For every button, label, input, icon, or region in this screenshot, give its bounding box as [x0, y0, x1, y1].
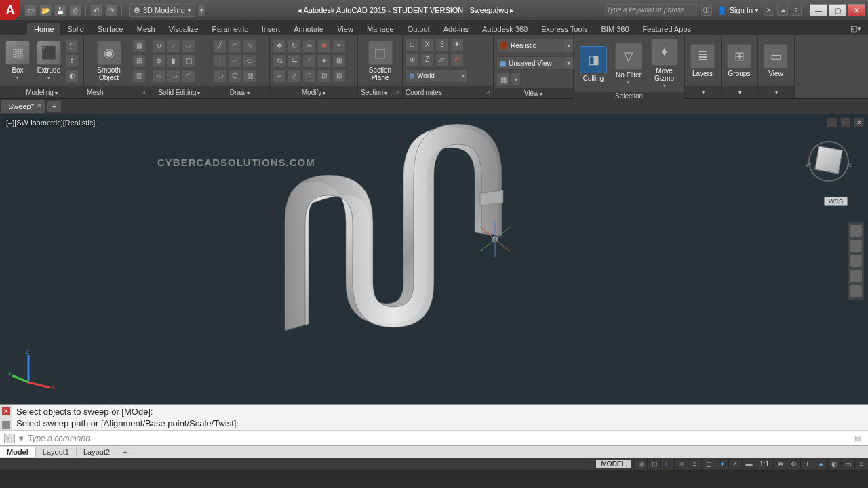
- tab-parametric[interactable]: Parametric: [205, 23, 254, 35]
- slice-icon[interactable]: ⟋: [167, 39, 180, 53]
- tab-featuredapps[interactable]: Featured Apps: [636, 23, 698, 35]
- status-grid-icon[interactable]: ⊞: [633, 458, 647, 469]
- tab-visualize[interactable]: Visualize: [162, 23, 205, 35]
- cmd-close-icon[interactable]: ✕: [2, 407, 10, 415]
- layout-tab-layout2[interactable]: Layout2: [77, 447, 117, 457]
- trim-icon[interactable]: ✂: [302, 39, 316, 53]
- status-model-button[interactable]: MODEL: [596, 460, 631, 468]
- ucs-3p-icon[interactable]: 3: [435, 38, 449, 52]
- cmd-config-icon[interactable]: [2, 421, 10, 429]
- scale-icon[interactable]: ⤢: [288, 69, 301, 83]
- ucs-named-arrow[interactable]: ▾: [458, 69, 468, 83]
- panel-draw-title[interactable]: Draw: [230, 89, 250, 96]
- extrude-button[interactable]: ⬛ Extrude ▾: [34, 39, 64, 82]
- presspull-icon[interactable]: ⇕: [65, 54, 79, 68]
- saveas-icon[interactable]: ⎙: [69, 4, 81, 16]
- status-polar-icon[interactable]: ✳: [674, 458, 688, 469]
- intersect-icon[interactable]: ∩: [152, 69, 165, 83]
- rectangle-icon[interactable]: ▭: [213, 69, 226, 83]
- 3dalign-icon[interactable]: ⊞: [332, 54, 346, 68]
- drawing-area[interactable]: [–][SW Isometric][Realistic] — ▢ ✕ CYBER…: [0, 114, 868, 404]
- smooth-object-button[interactable]: ◉ Smooth Object: [87, 39, 131, 83]
- panel-modify-title[interactable]: Modify: [302, 89, 326, 96]
- infocenter-icon[interactable]: ⓘ: [701, 5, 712, 16]
- viewport-close-icon[interactable]: ✕: [854, 118, 864, 127]
- undo-icon[interactable]: ↶: [90, 4, 102, 16]
- box-button[interactable]: ▧ Box ▾: [3, 39, 33, 82]
- panel-section-title[interactable]: Section: [361, 89, 387, 96]
- orbit-icon[interactable]: [850, 270, 862, 282]
- viewport-label[interactable]: [–][SW Isometric][Realistic]: [4, 118, 97, 127]
- panel-coordinates-title[interactable]: Coordinates: [406, 89, 442, 96]
- maximize-button[interactable]: ▢: [829, 4, 846, 16]
- status-cleanscreen-icon[interactable]: ▭: [841, 458, 854, 469]
- tab-expresstools[interactable]: Express Tools: [534, 23, 594, 35]
- line-icon[interactable]: ╱: [213, 39, 226, 53]
- array-icon[interactable]: ⠿: [302, 69, 316, 83]
- cmd-prompt-icon[interactable]: >_: [4, 434, 15, 443]
- mesh-less-icon[interactable]: ▤: [132, 54, 146, 68]
- nofilter-button[interactable]: ▽ No Filter ▾: [612, 41, 646, 87]
- layout-tab-add[interactable]: +: [117, 447, 132, 457]
- layers-button[interactable]: ≣ Layers: [688, 43, 717, 79]
- align-icon[interactable]: ≡: [332, 39, 346, 53]
- ellipse-icon[interactable]: ⬭: [243, 54, 256, 68]
- groups-button[interactable]: ⊞ Groups: [724, 43, 754, 79]
- status-3dosnap-icon[interactable]: ✦: [715, 458, 728, 469]
- tab-mesh[interactable]: Mesh: [130, 23, 162, 35]
- view-more-arrow[interactable]: ▾: [511, 73, 521, 86]
- command-input[interactable]: Type a command: [28, 434, 846, 443]
- view-more-icon[interactable]: ▦: [496, 73, 510, 86]
- status-hardware-icon[interactable]: ●: [814, 458, 827, 469]
- qat-more-icon[interactable]: ▾: [198, 4, 205, 16]
- ucs-prev-icon[interactable]: ↶: [450, 53, 464, 66]
- status-ortho-icon[interactable]: ∟: [660, 458, 674, 469]
- groups-expand[interactable]: ▾: [738, 89, 741, 96]
- ribbon-collapse-icon[interactable]: ◱▾: [844, 22, 868, 35]
- status-workspace-icon[interactable]: ⚙: [787, 458, 800, 469]
- status-otrack-icon[interactable]: ∠: [728, 458, 742, 469]
- tab-autodesk360[interactable]: Autodesk 360: [475, 23, 534, 35]
- fillet-edge-icon[interactable]: ◠: [182, 69, 195, 83]
- showmotion-icon[interactable]: [850, 285, 862, 297]
- status-annomon-icon[interactable]: +: [800, 458, 814, 469]
- tab-insert[interactable]: Insert: [255, 23, 288, 35]
- view2-expand[interactable]: ▾: [775, 89, 778, 96]
- tab-view[interactable]: View: [330, 23, 360, 35]
- tab-surface[interactable]: Surface: [91, 23, 130, 35]
- hatch-icon[interactable]: ▨: [243, 69, 256, 83]
- new-icon[interactable]: ▭: [24, 4, 37, 16]
- offset-icon[interactable]: ⊡: [317, 69, 331, 83]
- pan-icon[interactable]: [850, 240, 862, 252]
- ucs-named-dropdown[interactable]: ⊕World: [406, 69, 458, 83]
- minimize-button[interactable]: —: [810, 4, 827, 16]
- offset-edge-icon[interactable]: ◫: [182, 54, 195, 68]
- close-button[interactable]: ✕: [848, 4, 865, 16]
- panel-solid-editing-title[interactable]: Solid Editing: [159, 89, 201, 96]
- viewcube[interactable]: WS: [808, 141, 849, 182]
- imprint-icon[interactable]: ▭: [167, 69, 180, 83]
- panel-view-title[interactable]: View: [524, 89, 543, 97]
- named-view-dropdown[interactable]: ▦Unsaved View: [496, 56, 564, 70]
- save-icon[interactable]: 💾: [54, 4, 66, 16]
- union-icon[interactable]: ∪: [152, 39, 165, 53]
- ucs-z-icon[interactable]: Z: [420, 53, 434, 66]
- move-icon[interactable]: ✥: [273, 39, 286, 53]
- mesh-refine-icon[interactable]: ▥: [132, 69, 146, 83]
- 3darray-icon[interactable]: ⊟: [332, 69, 346, 83]
- status-scale[interactable]: 1:1: [755, 460, 773, 468]
- panel-mesh-title[interactable]: Mesh: [87, 89, 103, 96]
- help-icon[interactable]: ?: [791, 5, 802, 16]
- help-search-input[interactable]: Type a keyword or phrase: [604, 4, 698, 16]
- gizmo-button[interactable]: ✦ Move Gizmo ▾: [647, 37, 682, 90]
- ucs-icon-btn[interactable]: ∟: [406, 38, 419, 52]
- status-isolate-icon[interactable]: ◐: [827, 458, 841, 469]
- named-view-arrow[interactable]: ▾: [564, 56, 574, 70]
- ucs-world-icon[interactable]: ⊕: [406, 53, 419, 66]
- tab-solid[interactable]: Solid: [60, 23, 90, 35]
- layout-tab-model[interactable]: Model: [0, 447, 36, 457]
- panel-modeling-title[interactable]: Modeling: [26, 89, 58, 96]
- explode-icon[interactable]: ✦: [317, 54, 331, 68]
- polygon-icon[interactable]: ⬡: [228, 69, 241, 83]
- ucs-obj-icon[interactable]: ▱: [435, 53, 449, 66]
